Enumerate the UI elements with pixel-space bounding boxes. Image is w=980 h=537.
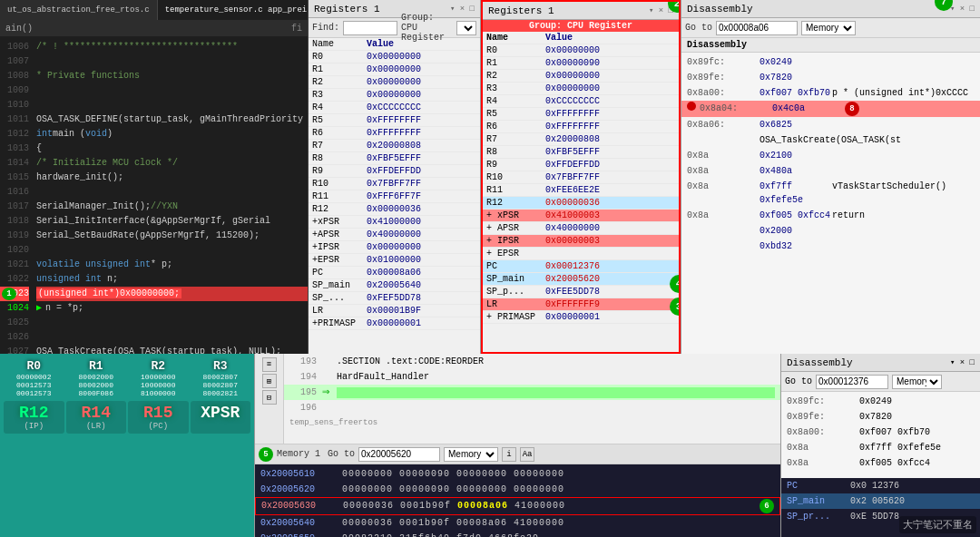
memory-goto-input[interactable] xyxy=(358,447,440,462)
function-label: ain() xyxy=(5,24,33,34)
tab-code2[interactable]: temperature_sensor.c app_preinclude... xyxy=(158,0,308,20)
rv-r15: R15 (PC) xyxy=(128,401,189,434)
reg2-apsr[interactable]: + APSR0x40000000 xyxy=(483,222,679,235)
reg-row-lr[interactable]: LR0x00001B9F xyxy=(309,305,480,317)
reg1-find-input[interactable] xyxy=(343,21,397,35)
asm-icon-1[interactable]: ≡ xyxy=(262,357,277,372)
reg2-pc[interactable]: PC0x00012376 xyxy=(483,260,679,273)
reg-row-r1[interactable]: R10x00000000 xyxy=(309,63,480,76)
reg2-r10[interactable]: R100x7FBFF7FF xyxy=(483,171,679,184)
reg-row-r8[interactable]: R80xFBF5EFFF xyxy=(309,152,480,165)
rv-r1: R1 80002000800020008000F086 xyxy=(66,357,127,399)
rv-r12: R12 (IP) xyxy=(4,401,64,434)
bottom-right: Disassembly ▾ × □ Go to Memory 0x89fc:0x… xyxy=(780,354,980,537)
dis-toolbar: Go to Memory xyxy=(681,18,980,38)
reg-row-pc[interactable]: PC0x00008a06 xyxy=(309,267,480,279)
dis-memory-select[interactable]: Memory xyxy=(801,21,856,35)
asm-row-196: 196 xyxy=(284,400,780,415)
dis-row: 0x8a00:0xf007 0xfb70p * (unsigned int*)0… xyxy=(681,85,980,101)
reg2-xpsr[interactable]: + xPSR0x41000003 xyxy=(483,210,679,222)
mem-icon-2[interactable]: Aa xyxy=(520,447,534,462)
reg1-group-select[interactable] xyxy=(456,21,476,35)
reg2-header: Name Value xyxy=(483,32,679,44)
reg-row-r3[interactable]: R30x00000000 xyxy=(309,89,480,102)
reg-row-r11[interactable]: R110xFFF6FF7F xyxy=(309,190,480,203)
memory-select[interactable]: Memory xyxy=(444,447,498,462)
reg2-primasp[interactable]: + PRIMASP0x00000001 xyxy=(483,311,679,324)
mem-row-highlight: 0x20005630 00000036 0001b90f 00008a06 41… xyxy=(255,497,780,515)
reg2-r2[interactable]: R20x00000000 xyxy=(483,70,679,83)
reg2-r1[interactable]: R10x00000090 xyxy=(483,57,679,70)
code-tab-bar: ut_os_abstraction_free_rtos.c temperatur… xyxy=(0,0,308,20)
dis-row: 0xbd32 xyxy=(681,239,980,254)
reg-sum-pc: PC 0x0 12376 xyxy=(781,478,980,493)
reg-row-epsr[interactable]: +EPSR0x01000000 xyxy=(309,254,480,267)
mem-row-4: 0x20005650 99082210 315f6b49 f7d0 4668fe… xyxy=(255,531,780,537)
asm-section: ≡ ⊞ ⊟ 193 .SECTION .text:CODE:REORDER 19… xyxy=(255,354,780,444)
asm-row-195: 195 ⇒ xyxy=(284,385,780,400)
reg-row-apsr[interactable]: +APSR0x40000000 xyxy=(309,229,480,241)
reg-row-r2[interactable]: R20x00000000 xyxy=(309,76,480,89)
reg-row-r6[interactable]: R60xFFFFFFFF xyxy=(309,127,480,140)
reg2-sp[interactable]: SP_p...0xFEE5DD78 xyxy=(483,286,679,298)
dis-row: 0x2000 xyxy=(681,223,980,239)
reg2-r11[interactable]: R110xFEE6EE2E xyxy=(483,184,679,197)
dis-bot-row: 0x8a00:0xf007 0xfb70 xyxy=(781,425,980,440)
reg-row-xpsr[interactable]: +xPSR0x41000000 xyxy=(309,216,480,229)
reg2-r6[interactable]: R60xFFFFFFFF xyxy=(483,121,679,133)
reg2-ipsr[interactable]: + IPSR0x00000003 xyxy=(483,235,679,248)
memory-toolbar: 5 Memory 1 Go to Memory i Aa xyxy=(255,444,780,464)
reg2-r0[interactable]: R00x00000000 xyxy=(483,44,679,57)
reg-row-r10[interactable]: R100x7FBFF7FF xyxy=(309,178,480,190)
reg-sum-sp-pr: SP_pr... 0xE 5DD78 xyxy=(781,509,980,524)
memory-content: 0x20005610 00000000 00000090 00000000 00… xyxy=(255,464,780,537)
reg2-r8[interactable]: R80xFBF5EFFF xyxy=(483,146,679,159)
line-numbers: 10061007100810091010 1011101210131014101… xyxy=(0,36,33,354)
dis-goto-input[interactable] xyxy=(716,21,798,35)
reg-row-r7[interactable]: R70x20000808 xyxy=(309,140,480,152)
reg1-title: Registers 1 ▾ × □ xyxy=(309,0,480,18)
reg2-title: Registers 1 ▾ × □ xyxy=(483,2,679,20)
reg-row-r4[interactable]: R40xCCCCCCCC xyxy=(309,102,480,114)
tab-code1[interactable]: ut_os_abstraction_free_rtos.c xyxy=(0,0,158,20)
registers-panel-1: Registers 1 ▾ × □ Find: Group: CPU Regis… xyxy=(309,0,481,354)
reg2-r12[interactable]: R120x00000036 xyxy=(483,197,679,210)
code-editor-panel: ut_os_abstraction_free_rtos.c temperatur… xyxy=(0,0,309,354)
mem-icon-1[interactable]: i xyxy=(502,447,516,462)
mem-row-1: 0x20005610 00000000 00000090 00000000 00… xyxy=(255,466,780,482)
asm-icon-3[interactable]: ⊟ xyxy=(262,390,277,405)
reg2-r9[interactable]: R90xFFDEFFDD xyxy=(483,159,679,171)
dis-row: 0x89fe:0x7820 xyxy=(681,70,980,85)
reg2-r7[interactable]: R70x20000808 xyxy=(483,133,679,146)
reg-row-sp[interactable]: SP_...0xFEF5DD78 xyxy=(309,292,480,305)
badge-6: 6 xyxy=(760,499,774,513)
reg2-epsr[interactable]: + EPSR xyxy=(483,248,679,260)
asm-row-194: 194 HardFault_Handler xyxy=(284,369,780,385)
reg2-lr[interactable]: LR0xFFFFFFF9 xyxy=(483,298,679,311)
dis-row-highlight: 0x8a04:0x4c0a 8 xyxy=(681,101,980,117)
reg2-r5[interactable]: R50xFFFFFFFF xyxy=(483,108,679,121)
reg-row-ipsr[interactable]: +IPSR0x00000000 xyxy=(309,241,480,254)
reg-row-r9[interactable]: R90xFFDEFFDD xyxy=(309,165,480,178)
dis-bot-row: 0x89fe:0x7820 xyxy=(781,409,980,425)
reg-row-r0[interactable]: R00x00000000 xyxy=(309,51,480,63)
reg2-r3[interactable]: R30x00000000 xyxy=(483,83,679,95)
rv-r0: R0 000000020001257300012573 xyxy=(4,357,64,399)
dis-bottom-select[interactable]: Memory xyxy=(892,375,942,389)
reg-row-r5[interactable]: R50xFFFFFFFF xyxy=(309,114,480,127)
asm-icon-2[interactable]: ⊞ xyxy=(262,374,277,388)
badge-8: 8 xyxy=(845,102,859,116)
reg2-r4[interactable]: R40xCCCCCCCC xyxy=(483,95,679,108)
reg-row-primasp[interactable]: +PRIMASP0x00000001 xyxy=(309,317,480,330)
dis-bot-row: 0x8a0xf005 0xfcc4 xyxy=(781,455,980,471)
rv-r3: R3 800028078000280780002821 xyxy=(191,357,251,399)
reg1-table: Name Value R00x00000000 R10x00000000 R20… xyxy=(309,38,480,354)
reg-row-r12[interactable]: R120x00000036 xyxy=(309,203,480,216)
dis-subtitle: Disassembly xyxy=(681,38,980,53)
badge-5: 5 xyxy=(259,447,273,462)
dis-row: 0x8a06:0x6825 xyxy=(681,117,980,132)
reg-row-sp-main[interactable]: SP_main0x20005640 xyxy=(309,279,480,292)
dis-bottom-content: 0x89fc:0x0249 0x89fe:0x7820 0x8a00:0xf00… xyxy=(781,392,980,473)
dis-bottom-goto[interactable] xyxy=(816,375,888,389)
reg2-sp-main[interactable]: SP_main0x20005620 xyxy=(483,273,679,286)
